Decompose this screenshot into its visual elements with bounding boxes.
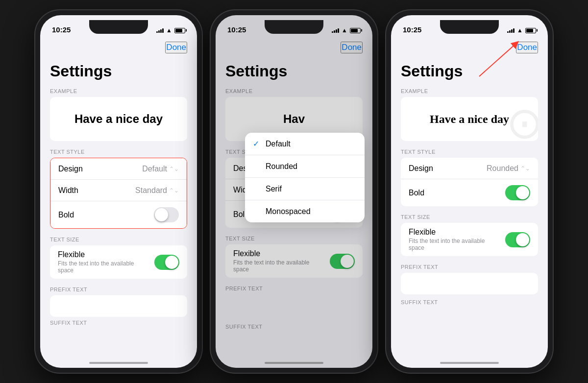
flexible-text-3: Flexible Fits the text into the availabl… — [409, 228, 500, 251]
wifi-icon-3: ▲ — [517, 27, 523, 34]
design-value-text-1: Default — [142, 165, 167, 173]
bold-row-1: Bold — [50, 201, 187, 228]
bold-toggle-3[interactable] — [505, 185, 530, 200]
status-time-3: 10:25 — [403, 25, 421, 34]
notch-1 — [89, 20, 148, 34]
flexible-subtitle-3: Fits the text into the available space — [409, 238, 500, 251]
dropdown-item-monospaced[interactable]: ✓ Monospaced — [245, 200, 365, 222]
suffix-label-3: SUFFIX TEXT — [391, 299, 548, 308]
signal-icon-3 — [507, 28, 514, 33]
screen-content-3: Settings EXAMPLE Have a nice day ⊙ TEXT … — [391, 58, 548, 360]
prefix-field-1[interactable] — [50, 295, 187, 317]
flexible-toggle-3[interactable] — [505, 232, 530, 247]
design-row-3[interactable]: Design Rounded ⌃⌄ — [401, 158, 538, 179]
flexible-text-1: Flexible Fits the text into the availabl… — [58, 250, 149, 274]
phone-3: 10:25 ▲ Done — [386, 10, 553, 373]
width-row-1[interactable]: Width Standard ⌃⌄ — [50, 180, 187, 201]
design-row-1[interactable]: Design Default ⌃⌄ — [50, 158, 187, 180]
text-size-label-3: TEXT SIZE — [391, 214, 548, 223]
status-time-1: 10:25 — [52, 25, 71, 34]
width-value-text-1: Standard — [135, 186, 167, 195]
bold-label-1: Bold — [58, 211, 74, 219]
flexible-subtitle-1: Fits the text into the available space — [58, 260, 149, 274]
status-icons-1: ▲ — [156, 27, 185, 34]
phone-screen-2: 10:25 ▲ Done — [216, 15, 372, 368]
nav-bar-1: Done — [40, 37, 197, 58]
example-card-3: Have a nice day ⊙ — [401, 97, 538, 141]
battery-icon-3 — [525, 28, 536, 33]
phone-frame-2: 10:25 ▲ Done — [211, 10, 377, 373]
text-size-group-1: Flexible Fits the text into the availabl… — [50, 245, 187, 279]
width-chevron-1: ⌃⌄ — [169, 187, 179, 194]
prefix-label-1: PREFIX TEXT — [40, 287, 197, 295]
design-value-3: Rounded ⌃⌄ — [487, 164, 530, 173]
home-indicator-1 — [89, 362, 148, 364]
design-value-text-3: Rounded — [487, 164, 518, 173]
home-indicator-3 — [440, 362, 499, 364]
checkmark-default: ✓ — [253, 139, 261, 148]
example-label-1: EXAMPLE — [40, 88, 197, 97]
prefix-label-3: PREFIX TEXT — [391, 264, 548, 273]
example-card-1: Have a nice day — [50, 97, 187, 141]
dropdown-menu-2: ✓ Default ✓ Rounded ✓ Serif ✓ Monospaced — [245, 133, 365, 222]
width-label-1: Width — [58, 186, 78, 195]
done-button-3[interactable]: Done — [516, 42, 538, 53]
phone-1: 10:25 ▲ Done — [35, 10, 202, 373]
done-button-1[interactable]: Done — [165, 42, 187, 53]
bold-toggle-1[interactable] — [154, 207, 179, 222]
notch-2 — [265, 20, 323, 34]
flexible-title-1: Flexible — [58, 250, 149, 259]
flexible-toggle-knob-1 — [165, 256, 178, 269]
dropdown-label-rounded: Rounded — [266, 162, 297, 171]
bold-row-3: Bold — [401, 179, 538, 206]
example-text-3: Have a nice day — [430, 113, 509, 126]
design-chevron-1: ⌃⌄ — [169, 166, 179, 172]
flexible-toggle-1[interactable] — [154, 255, 179, 270]
flexible-row-1: Flexible Fits the text into the availabl… — [50, 245, 187, 279]
suffix-label-1: SUFFIX TEXT — [40, 320, 197, 329]
phone-frame-3: 10:25 ▲ Done — [386, 10, 553, 373]
settings-title-1: Settings — [40, 58, 197, 88]
screen-content-1: Settings EXAMPLE Have a nice day TEXT ST… — [40, 58, 197, 360]
signal-icon-1 — [156, 28, 164, 33]
design-chevron-3: ⌃⌄ — [520, 165, 530, 172]
phone-screen-1: 10:25 ▲ Done — [40, 15, 197, 368]
design-label-1: Design — [58, 165, 83, 173]
flexible-row-3: Flexible Fits the text into the availabl… — [401, 223, 538, 256]
phone-frame-1: 10:25 ▲ Done — [35, 10, 202, 373]
text-size-group-3: Flexible Fits the text into the availabl… — [401, 223, 538, 256]
text-style-label-1: TEXT STYLE — [40, 149, 197, 158]
text-style-label-3: TEXT STYLE — [391, 149, 548, 158]
design-label-3: Design — [409, 164, 433, 173]
dropdown-label-default: Default — [266, 140, 291, 148]
notch-3 — [440, 20, 499, 34]
dropdown-item-rounded[interactable]: ✓ Rounded — [245, 155, 365, 178]
bold-label-3: Bold — [409, 189, 424, 197]
text-style-group-1: Design Default ⌃⌄ Width Standard ⌃⌄ — [50, 158, 187, 229]
wifi-icon-1: ▲ — [166, 27, 172, 34]
nav-bar-3: Done — [391, 37, 548, 58]
status-icons-3: ▲ — [507, 27, 536, 34]
example-label-3: EXAMPLE — [391, 88, 548, 97]
example-text-1: Have a nice day — [74, 112, 163, 126]
settings-title-3: Settings — [391, 58, 548, 88]
phone-screen-3: 10:25 ▲ Done — [391, 15, 548, 368]
flexible-toggle-knob-3 — [516, 233, 529, 246]
dropdown-item-serif[interactable]: ✓ Serif — [245, 178, 365, 200]
dropdown-item-default[interactable]: ✓ Default — [245, 133, 365, 155]
dropdown-label-serif: Serif — [266, 185, 282, 193]
bg-icon-3: ⊙ — [506, 97, 538, 141]
flexible-title-3: Flexible — [409, 228, 500, 237]
dropdown-overlay-2: ✓ Default ✓ Rounded ✓ Serif ✓ Monospaced — [216, 15, 372, 368]
dropdown-label-monospaced: Monospaced — [266, 207, 311, 216]
text-style-group-3: Design Rounded ⌃⌄ Bold — [401, 158, 538, 206]
bold-toggle-knob-1 — [155, 208, 168, 221]
prefix-field-3[interactable] — [401, 273, 538, 294]
bold-toggle-knob-3 — [516, 186, 529, 199]
battery-icon-1 — [174, 28, 185, 33]
phone-2: 10:25 ▲ Done — [211, 10, 377, 373]
design-value-1: Default ⌃⌄ — [142, 165, 179, 173]
width-value-1: Standard ⌃⌄ — [135, 186, 179, 195]
text-size-label-1: TEXT SIZE — [40, 237, 197, 245]
